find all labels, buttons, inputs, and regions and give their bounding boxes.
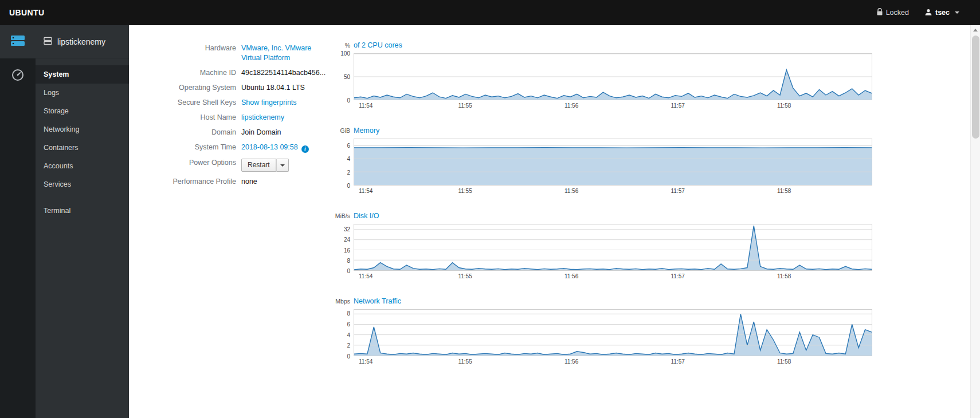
host-icon-strip <box>0 25 36 418</box>
sidebar-item-networking[interactable]: Networking <box>36 120 129 139</box>
performance-profile-value: none <box>241 178 257 186</box>
y-axis-tick-label: 2 <box>347 169 350 175</box>
host-name-link[interactable]: lipstickenemy <box>241 113 284 121</box>
scrollbar-thumb[interactable] <box>972 36 979 139</box>
x-axis-tick-label: 11:57 <box>671 273 684 279</box>
y-axis: 050100 <box>328 53 354 100</box>
x-axis: 11:5411:5511:5611:5711:58 <box>354 100 872 109</box>
y-axis-tick-label: 50 <box>344 74 350 80</box>
vertical-scrollbar[interactable] <box>970 25 980 418</box>
x-axis-tick-label: 11:54 <box>359 358 373 365</box>
info-label: Performance Profile <box>172 177 236 187</box>
locked-indicator[interactable]: Locked <box>869 0 917 25</box>
sidebar-item-containers[interactable]: Containers <box>36 139 129 157</box>
server-icon <box>10 34 25 49</box>
y-axis-tick-label: 4 <box>347 156 350 162</box>
info-row-system-time: System Time2018-08-13 09:58i <box>172 143 328 153</box>
sidebar-item-label: Networking <box>44 125 80 133</box>
x-axis-tick-label: 11:55 <box>458 102 472 109</box>
x-axis-tick-label: 11:54 <box>359 273 373 279</box>
sidebar-item-system[interactable]: System <box>36 65 129 84</box>
y-axis: 08162432 <box>328 224 354 271</box>
topbar-right-group: Locked tsec <box>869 0 967 25</box>
system-time-link[interactable]: 2018-08-13 09:58 <box>241 143 298 151</box>
chart-unit-label: Mbps <box>328 298 354 305</box>
x-axis-tick-label: 11:57 <box>671 188 684 194</box>
chart-plot-area <box>354 53 872 100</box>
info-label: System Time <box>172 143 236 153</box>
info-label: Secure Shell Keys <box>172 98 236 108</box>
hardware-link[interactable]: VMware, Inc. VMware Virtual Platform <box>241 44 311 62</box>
info-circle-icon[interactable]: i <box>301 145 309 153</box>
domain-value: Join Domain <box>241 128 281 136</box>
y-axis-tick-label: 24 <box>344 236 350 243</box>
lock-icon <box>877 8 883 17</box>
y-axis-tick-label: 6 <box>347 142 350 148</box>
chart-of-2-cpu-cores: %of 2 CPU cores05010011:5411:5511:5611:5… <box>328 41 872 109</box>
user-name-label: tsec <box>935 9 950 17</box>
info-label: Domain <box>172 128 236 137</box>
scrollbar-up-arrow[interactable] <box>971 25 980 34</box>
info-value: VMware, Inc. VMware Virtual Platform <box>241 44 328 63</box>
x-axis-tick-label: 11:58 <box>777 358 791 365</box>
sidebar-item-terminal[interactable]: Terminal <box>36 202 129 220</box>
x-axis-tick-label: 11:55 <box>458 358 472 365</box>
chart-title-link[interactable]: Disk I/O <box>354 212 379 220</box>
info-value: lipstickenemy <box>241 113 328 123</box>
chart-plot-area <box>354 224 872 271</box>
operating-system-value: Ubuntu 18.04.1 LTS <box>241 84 305 92</box>
info-value: 49c1822514114bacb456... <box>241 68 328 78</box>
info-label: Machine ID <box>172 68 236 78</box>
sidebar-item-services[interactable]: Services <box>36 175 129 194</box>
x-axis-tick-label: 11:55 <box>458 273 472 279</box>
sidebar-item-logs[interactable]: Logs <box>36 84 129 102</box>
x-axis: 11:5411:5511:5611:5711:58 <box>354 356 872 365</box>
host-name-header[interactable]: lipstickenemy <box>36 25 129 58</box>
info-label: Power Options <box>172 158 236 172</box>
info-label: Host Name <box>172 113 236 123</box>
x-axis-tick-label: 11:56 <box>565 188 578 194</box>
x-axis-tick-label: 11:56 <box>565 273 578 279</box>
y-axis-tick-label: 0 <box>347 97 350 104</box>
locked-label: Locked <box>886 9 909 17</box>
y-axis: 02468 <box>328 309 354 356</box>
x-axis-tick-label: 11:58 <box>777 273 791 279</box>
chart-unit-label: GiB <box>328 127 354 134</box>
host-server-button[interactable] <box>0 25 36 58</box>
sidebar-item-storage[interactable]: Storage <box>36 102 129 120</box>
chart-title-link[interactable]: Network Traffic <box>354 297 401 305</box>
sidebar-item-label: Services <box>44 180 71 188</box>
sidebar-item-accounts[interactable]: Accounts <box>36 157 129 175</box>
y-axis-tick-label: 100 <box>340 50 350 57</box>
user-icon <box>925 9 932 17</box>
dashboard-button[interactable] <box>0 60 36 93</box>
charts-panel: %of 2 CPU cores05010011:5411:5511:5611:5… <box>328 40 872 418</box>
gauge-icon <box>11 68 25 84</box>
secure-shell-keys-link[interactable]: Show fingerprints <box>241 98 297 107</box>
info-row-domain: DomainJoin Domain <box>172 128 328 137</box>
app-shell: lipstickenemy SystemLogsStorageNetworkin… <box>0 25 980 418</box>
info-row-operating-system: Operating SystemUbuntu 18.04.1 LTS <box>172 83 328 93</box>
restart-button[interactable]: Restart <box>241 159 276 172</box>
sidebar-item-label: Terminal <box>44 207 70 215</box>
chevron-down-icon <box>280 164 285 167</box>
power-options-dropdown-button[interactable] <box>276 159 289 172</box>
sidebar-nav-list: SystemLogsStorageNetworkingContainersAcc… <box>36 58 129 220</box>
sidebar-item-label: Containers <box>44 144 78 152</box>
x-axis-tick-label: 11:58 <box>777 188 791 194</box>
sidebar-item-label: Storage <box>44 107 69 115</box>
power-options-split-button: Restart <box>241 159 289 172</box>
x-axis-tick-label: 11:56 <box>565 102 578 109</box>
y-axis-tick-label: 32 <box>344 226 350 232</box>
y-axis-tick-label: 8 <box>347 257 350 263</box>
sidebar-item-label: Accounts <box>44 162 73 170</box>
top-navigation-bar: UBUNTU Locked tsec <box>0 0 980 25</box>
info-row-performance-profile: Performance Profilenone <box>172 177 328 187</box>
chart-title-link[interactable]: Memory <box>354 127 379 135</box>
host-name-label: lipstickenemy <box>57 37 105 46</box>
chart-title-link[interactable]: of 2 CPU cores <box>354 41 402 49</box>
info-value: Ubuntu 18.04.1 LTS <box>241 83 328 93</box>
chart-memory: GiBMemory024611:5411:5511:5611:5711:58 <box>328 127 872 194</box>
user-menu[interactable]: tsec <box>917 0 967 25</box>
machine-id-value: 49c1822514114bacb456... <box>241 69 326 77</box>
